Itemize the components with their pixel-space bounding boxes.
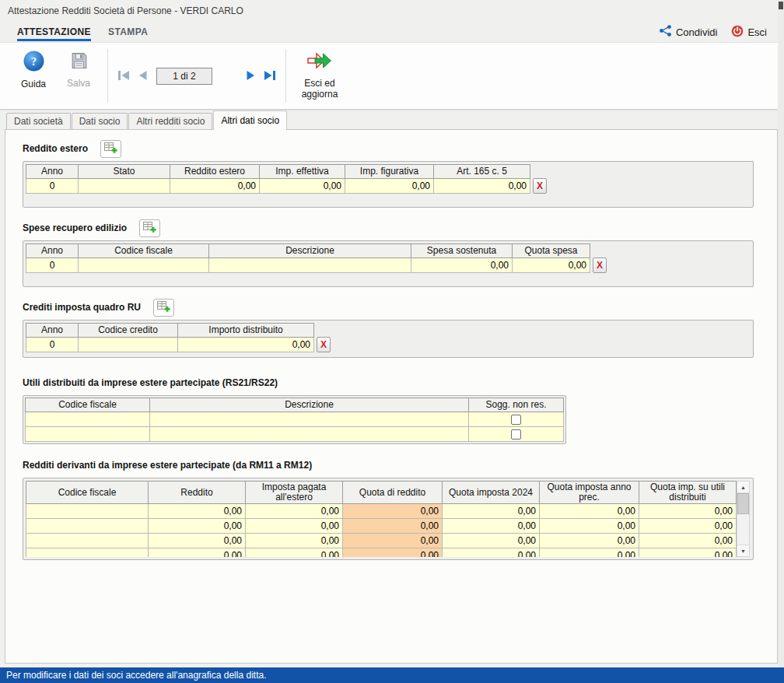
cell-imposta-pagata-estero[interactable]: 0,00 <box>246 534 343 548</box>
cell-codice-fiscale[interactable] <box>26 427 150 442</box>
nav-last-button[interactable] <box>260 68 279 85</box>
cell-anno[interactable]: 0 <box>26 258 79 273</box>
tab-altri-dati-socio-label: Altri dati socio <box>221 115 279 126</box>
cell-anno[interactable]: 0 <box>26 338 79 352</box>
window-scrollbar[interactable] <box>778 0 784 667</box>
page-indicator[interactable]: 1 di 2 <box>156 68 212 85</box>
cell-imp-effettiva[interactable]: 0,00 <box>260 179 345 194</box>
scrollbar-track[interactable] <box>737 514 749 545</box>
cell-imposta-pagata-estero[interactable]: 0,00 <box>246 519 343 534</box>
add-row-button-reddito-estero[interactable] <box>100 140 121 158</box>
delete-row-button-crediti-ru[interactable]: X <box>317 337 331 352</box>
tab-dati-socio[interactable]: Dati socio <box>72 113 128 129</box>
cell-quota-imposta-2024[interactable]: 0,00 <box>443 519 540 534</box>
menubar-right-actions: Condividi Esci <box>659 25 784 40</box>
cell-descrizione[interactable] <box>150 427 469 442</box>
cell-codice-fiscale[interactable] <box>26 548 149 558</box>
help-icon: ? <box>23 51 44 74</box>
cell-codice-fiscale[interactable] <box>79 258 209 273</box>
cell-codice-fiscale[interactable] <box>26 519 149 534</box>
cell-quota-imposta-2024[interactable]: 0,00 <box>443 548 540 558</box>
redditi-table-scrollbar[interactable]: ▲ ▼ <box>737 481 750 557</box>
salva-button[interactable]: Salva <box>56 47 101 93</box>
col-header-stato: Stato <box>79 165 170 179</box>
guida-button[interactable]: ? Guida <box>11 47 56 93</box>
cell-quota-di-reddito[interactable]: 0,00 <box>343 534 443 548</box>
cell-quota-imp-utili[interactable]: 0,00 <box>639 504 737 519</box>
cell-quota-imposta-anno-prec[interactable]: 0,00 <box>540 519 639 534</box>
tab-dati-societa-label: Dati società <box>14 116 63 127</box>
menu-tab-attestazione[interactable]: ATTESTAZIONE <box>17 23 91 41</box>
cell-quota-imposta-anno-prec[interactable]: 0,00 <box>540 534 639 548</box>
redditi-table-viewport: Codice fiscale Reddito Imposta pagata al… <box>26 481 737 557</box>
cell-descrizione[interactable] <box>150 412 469 427</box>
cell-stato[interactable] <box>79 179 170 194</box>
cell-quota-imp-utili[interactable]: 0,00 <box>639 534 737 548</box>
spese-recupero-groupbox: Anno Codice fiscale Descrizione Spesa so… <box>23 240 754 287</box>
cell-codice-fiscale[interactable] <box>26 504 149 519</box>
cell-codice-fiscale[interactable] <box>26 412 150 427</box>
cell-quota-di-reddito[interactable]: 0,00 <box>343 548 443 558</box>
nav-first-button[interactable] <box>114 68 134 85</box>
cell-quota-spesa[interactable]: 0,00 <box>513 258 590 273</box>
section-redditi-imprese-estere: Redditi derivanti da imprese estere part… <box>23 456 777 560</box>
cell-imposta-pagata-estero[interactable]: 0,00 <box>246 504 343 519</box>
app-window: Attestazione Redditi Società di Persone … <box>0 0 784 683</box>
cell-quota-di-reddito[interactable]: 0,00 <box>343 504 443 519</box>
col-header-spesa-sostenuta: Spesa sostenuta <box>411 244 513 258</box>
delete-row-button-spese-recupero[interactable]: X <box>593 257 607 273</box>
cell-codice-fiscale[interactable] <box>26 534 149 548</box>
cell-reddito-estero[interactable]: 0,00 <box>170 179 260 194</box>
next-record-icon <box>245 72 257 83</box>
cell-quota-imposta-anno-prec[interactable]: 0,00 <box>540 548 639 558</box>
cell-quota-di-reddito[interactable]: 0,00 <box>343 519 443 534</box>
delete-row-button-reddito-estero[interactable]: X <box>533 178 547 194</box>
esci-ed-aggiorna-button[interactable]: Esci ed aggiorna <box>292 47 347 103</box>
cell-quota-imposta-2024[interactable]: 0,00 <box>443 534 540 548</box>
cell-quota-imposta-2024[interactable]: 0,00 <box>443 504 540 519</box>
table-row: 0,00 0,00 0,00 0,00 0,00 0,00 <box>26 519 737 534</box>
section-reddito-estero: Reddito estero <box>23 139 777 208</box>
spese-recupero-table: Anno Codice fiscale Descrizione Spesa so… <box>26 243 590 273</box>
col-header-quota-imp-utili-distribuiti: Quota imp. su utili distribuiti <box>639 482 737 504</box>
cell-descrizione[interactable] <box>209 258 411 273</box>
col-header-descrizione: Descrizione <box>150 398 469 412</box>
cell-spesa-sostenuta[interactable]: 0,00 <box>411 258 513 273</box>
cell-quota-imp-utili[interactable]: 0,00 <box>639 548 737 558</box>
menu-tab-attestazione-label: ATTESTAZIONE <box>17 26 91 37</box>
cell-codice-credito[interactable] <box>79 338 178 352</box>
sogg-non-res-checkbox[interactable] <box>511 429 521 440</box>
nav-next-button[interactable] <box>242 68 260 85</box>
scroll-up-button[interactable]: ▲ <box>737 482 749 493</box>
cell-quota-imp-utili[interactable]: 0,00 <box>639 519 737 534</box>
esci-button[interactable]: Esci <box>731 25 767 40</box>
svg-text:?: ? <box>30 55 37 68</box>
col-header-codice-fiscale: Codice fiscale <box>79 244 209 258</box>
cell-reddito[interactable]: 0,00 <box>149 534 246 548</box>
scrollbar-thumb[interactable] <box>737 493 749 514</box>
cell-quota-imposta-anno-prec[interactable]: 0,00 <box>540 504 639 519</box>
cell-reddito[interactable]: 0,00 <box>149 504 246 519</box>
window-scrollbar-thumb[interactable] <box>779 2 783 9</box>
cell-reddito[interactable]: 0,00 <box>149 548 246 558</box>
cell-importo-distribuito[interactable]: 0,00 <box>178 338 314 352</box>
cell-art-165[interactable]: 0,00 <box>434 179 530 194</box>
table-row <box>26 427 564 442</box>
sogg-non-res-checkbox[interactable] <box>511 415 521 425</box>
nav-previous-button[interactable] <box>134 68 152 85</box>
toolbar-separator <box>285 49 286 103</box>
table-header-row: Anno Codice credito Importo distribuito <box>26 324 314 338</box>
tab-dati-societa[interactable]: Dati società <box>6 113 71 129</box>
cell-imposta-pagata-estero[interactable]: 0,00 <box>246 548 343 558</box>
cell-imp-figurativa[interactable]: 0,00 <box>345 179 434 194</box>
tab-altri-dati-socio[interactable]: Altri dati socio <box>213 110 287 130</box>
add-row-button-crediti-ru[interactable] <box>153 299 174 317</box>
menu-tab-stampa[interactable]: STAMPA <box>108 23 148 41</box>
cell-reddito[interactable]: 0,00 <box>149 519 246 534</box>
tab-altri-redditi-socio[interactable]: Altri redditi socio <box>128 113 212 129</box>
add-row-button-spese-recupero[interactable] <box>139 219 160 237</box>
crediti-ru-table: Anno Codice credito Importo distribuito … <box>26 323 314 352</box>
scroll-down-button[interactable]: ▼ <box>737 545 749 556</box>
condividi-button[interactable]: Condividi <box>659 25 717 39</box>
cell-anno[interactable]: 0 <box>26 179 79 194</box>
